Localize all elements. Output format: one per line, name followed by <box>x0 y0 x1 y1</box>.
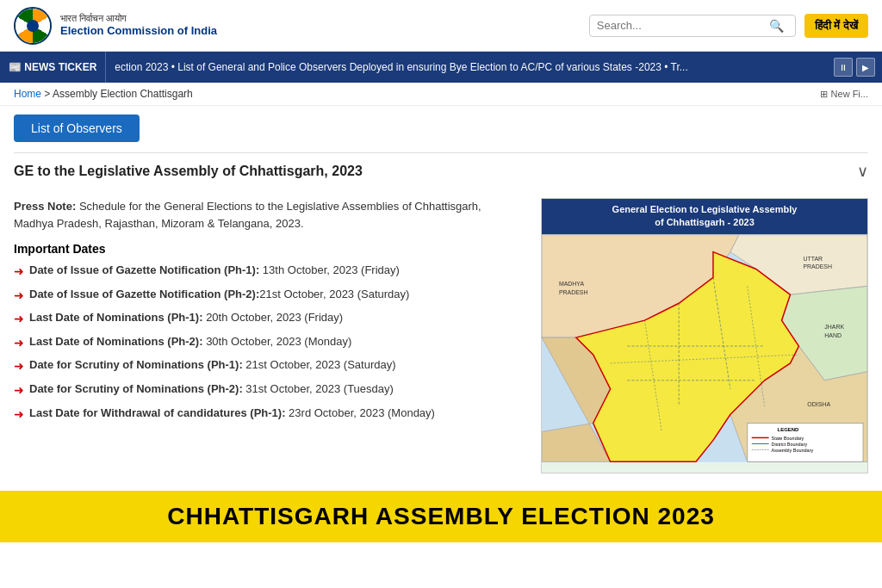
header-right: 🔍 हिंदी में देखें <box>589 14 868 38</box>
news-play-button[interactable]: ▶ <box>856 58 875 77</box>
news-ticker-text: ection 2023 • List of General and Police… <box>106 61 827 73</box>
new-filter-button[interactable]: ⊞ New Fi... <box>820 89 868 100</box>
svg-text:PRADESH: PRADESH <box>803 263 832 269</box>
important-dates-heading: Important Dates <box>14 242 524 256</box>
search-box[interactable]: 🔍 <box>589 15 796 37</box>
date-text: Last Date for Withdrawal of candidatures… <box>29 405 435 421</box>
search-icon-btn[interactable]: 🔍 <box>769 19 784 33</box>
breadcrumb-home[interactable]: Home <box>14 88 41 100</box>
breadcrumb-separator: > <box>44 88 53 100</box>
map-title: General Election to Legislative Assembly… <box>542 199 867 234</box>
arrow-icon: ➜ <box>14 358 24 375</box>
org-name-english: Election Commission of India <box>60 24 217 39</box>
news-controls: ⏸ ▶ <box>827 58 882 77</box>
date-text: Date of Issue of Gazette Notification (P… <box>29 263 400 278</box>
observers-btn-container: List of Observers <box>14 115 868 152</box>
grid-icon: ⊞ <box>820 89 828 100</box>
date-text: Date for Scrutiny of Nominations (Ph-2):… <box>29 381 394 397</box>
map-svg-area: UTTAR PRADESH JHARK HAND ODISHA MADHYA P… <box>542 234 867 462</box>
eci-logo <box>14 7 52 45</box>
svg-text:HAND: HAND <box>824 332 842 338</box>
svg-text:Assembly Boundary: Assembly Boundary <box>772 448 814 453</box>
observers-button[interactable]: List of Observers <box>14 115 140 142</box>
header-text: भारत निर्वाचन आयोग Election Commission o… <box>60 12 217 39</box>
svg-text:PRADESH: PRADESH <box>559 289 588 295</box>
svg-text:JHARK: JHARK <box>824 324 844 330</box>
date-item: ➜Date of Issue of Gazette Notification (… <box>14 263 524 281</box>
date-item: ➜Last Date of Nominations (Ph-2): 30th O… <box>14 334 524 352</box>
map-title-line2: of Chhattisgarh - 2023 <box>655 217 755 227</box>
org-name-hindi: भारत निर्वाचन आयोग <box>60 12 217 24</box>
new-filter-label: New Fi... <box>831 89 868 99</box>
hindi-toggle-button[interactable]: हिंदी में देखें <box>804 14 868 38</box>
date-item: ➜Date of Issue of Gazette Notification (… <box>14 287 524 305</box>
arrow-icon: ➜ <box>14 288 24 305</box>
news-ticker-label: 📰 NEWS TICKER <box>0 52 106 83</box>
arrow-icon: ➜ <box>14 263 24 281</box>
text-content: Press Note: Schedule for the General Ele… <box>14 198 524 473</box>
svg-text:District Boundary: District Boundary <box>772 442 808 447</box>
map-title-line1: General Election to Legislative Assembly <box>612 204 798 214</box>
date-text: Date for Scrutiny of Nominations (Ph-1):… <box>29 357 396 373</box>
breadcrumb-bar: Home > Assembly Election Chattisgarh ⊞ N… <box>0 83 882 106</box>
date-item: ➜Last Date of Nominations (Ph-1): 20th O… <box>14 310 524 328</box>
news-ticker: 📰 NEWS TICKER ection 2023 • List of Gene… <box>0 52 882 83</box>
breadcrumb: Home > Assembly Election Chattisgarh <box>14 88 193 100</box>
breadcrumb-current: Assembly Election Chattisgarh <box>53 88 193 100</box>
date-item: ➜Date for Scrutiny of Nominations (Ph-2)… <box>14 381 524 399</box>
map-area: General Election to Legislative Assembly… <box>541 198 868 473</box>
section-title: GE to the Legislative Assembly of Chhatt… <box>14 164 363 179</box>
svg-text:LEGEND: LEGEND <box>778 427 800 432</box>
date-item: ➜Date for Scrutiny of Nominations (Ph-1)… <box>14 357 524 375</box>
header: भारत निर्वाचन आयोग Election Commission o… <box>0 0 882 52</box>
date-text: Last Date of Nominations (Ph-1): 20th Oc… <box>29 310 343 325</box>
arrow-icon: ➜ <box>14 311 24 328</box>
date-item: ➜Last Date for Withdrawal of candidature… <box>14 405 524 424</box>
dates-list: ➜Date of Issue of Gazette Notification (… <box>14 263 524 423</box>
date-text: Date of Issue of Gazette Notification (P… <box>29 287 409 302</box>
press-note: Press Note: Schedule for the General Ele… <box>14 198 524 232</box>
section-title-row: GE to the Legislative Assembly of Chhatt… <box>14 152 868 189</box>
chevron-down-icon[interactable]: ∨ <box>857 162 868 181</box>
bottom-banner: CHHATTISGARH ASSEMBLY ELECTION 2023 <box>0 491 882 542</box>
svg-text:State Boundary: State Boundary <box>772 436 804 441</box>
svg-text:ODISHA: ODISHA <box>807 400 830 406</box>
svg-text:MADHYA: MADHYA <box>559 281 585 287</box>
page-content: List of Observers GE to the Legislative … <box>0 106 882 482</box>
press-note-label: Press Note: <box>14 200 76 213</box>
header-left: भारत निर्वाचन आयोग Election Commission o… <box>14 7 217 45</box>
map-container: General Election to Legislative Assembly… <box>541 198 868 473</box>
arrow-icon: ➜ <box>14 382 24 399</box>
svg-text:UTTAR: UTTAR <box>803 255 823 261</box>
arrow-icon: ➜ <box>14 335 24 352</box>
press-note-text: Schedule for the General Elections to th… <box>14 200 481 230</box>
arrow-icon: ➜ <box>14 406 24 424</box>
news-pause-button[interactable]: ⏸ <box>834 58 853 77</box>
search-input[interactable] <box>597 19 769 32</box>
content-with-map: Press Note: Schedule for the General Ele… <box>14 198 868 473</box>
date-text: Last Date of Nominations (Ph-2): 30th Oc… <box>29 334 351 350</box>
bottom-banner-text: CHHATTISGARH ASSEMBLY ELECTION 2023 <box>14 503 868 530</box>
